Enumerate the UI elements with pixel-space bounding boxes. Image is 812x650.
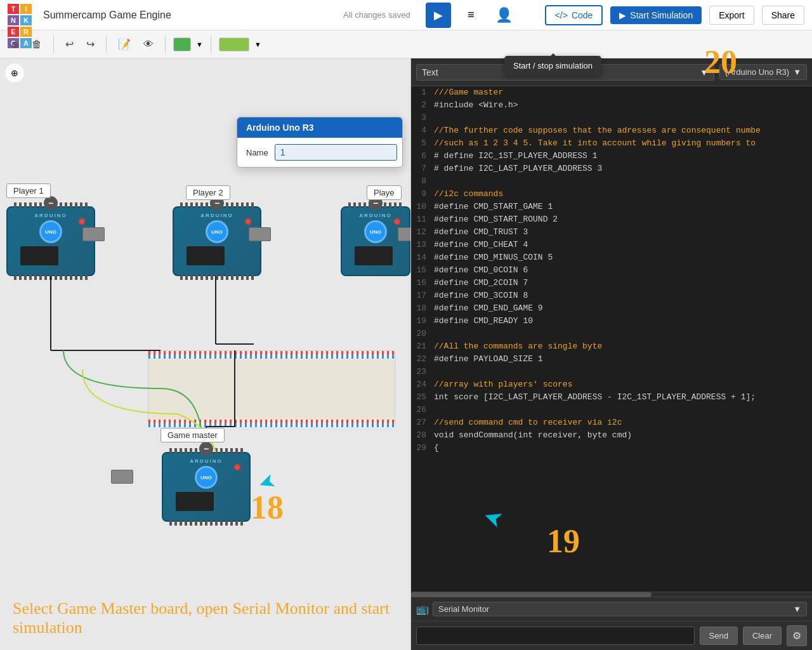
code-hscroll-thumb (411, 592, 652, 597)
toolbar-divider2 (106, 36, 107, 53)
arduino-player1[interactable]: − UNO (6, 206, 95, 276)
topbar: T I N K E R C A Summercamp Game Engine A… (0, 0, 812, 30)
zoom-button[interactable]: ⊕ (5, 63, 24, 83)
toolbar-divider4 (211, 36, 211, 53)
player1-label: Player 1 (6, 183, 51, 198)
serial-input-bar: Send Clear ⚙ (411, 621, 812, 650)
arduino-player3[interactable]: − UNO (341, 206, 410, 276)
game-master-label: Game master (160, 428, 225, 442)
logo-p1: UNO (39, 220, 62, 243)
undo-button[interactable]: ↩ (62, 36, 77, 53)
arduino-player2[interactable]: − UNO (173, 206, 261, 276)
view-button[interactable]: 👁 (140, 36, 157, 53)
component-dropdown[interactable]: (Arduino Uno R3) ▼ (719, 64, 807, 80)
serial-monitor-dropdown[interactable]: Serial Monitor ▼ (433, 602, 807, 616)
component-dropdown-chevron: ▼ (793, 67, 801, 77)
code-line: 21//All the commands are single byte (411, 340, 812, 353)
code-line: 26 (411, 404, 812, 416)
code-line: 2#include <Wire.h> (411, 99, 812, 112)
code-line: 27//send command cmd to receiver via i2c (411, 416, 812, 429)
code-line: 16#define CMD_2COIN 7 (411, 277, 812, 289)
chip-gm (176, 492, 214, 511)
share-button[interactable]: Share (762, 6, 804, 25)
popup-name-input[interactable] (275, 144, 397, 161)
dropdown-arrow[interactable]: ▼ (196, 41, 203, 48)
logo-n: N (8, 15, 19, 25)
code-line: 11#define CMD_START_ROUND 2 (411, 213, 812, 226)
note-button[interactable]: 📝 (114, 36, 134, 53)
breadboard[interactable] (148, 350, 395, 427)
logo-p2: UNO (206, 220, 228, 243)
bb-body (148, 359, 395, 420)
delete-button[interactable]: 🗑 (28, 36, 46, 53)
code-line: 18#define CMD_END_GAME 9 (411, 302, 812, 315)
logo-t: T (8, 4, 19, 14)
code-line: 28void sendCommand(int receiver, byte cm… (411, 429, 812, 442)
logo-r: R (20, 27, 32, 37)
logo-e: E (8, 27, 19, 37)
video-icon-button[interactable]: ▶ (426, 3, 451, 28)
code-line: 17#define CMD_3COIN 8 (411, 289, 812, 302)
redo-button[interactable]: ↪ (82, 36, 98, 53)
save-status: All changes saved (343, 10, 410, 20)
code-line: 1///Game master (411, 86, 812, 99)
popup-header: Arduino Uno R3 (237, 117, 402, 138)
code-line: 19#define CMD_READY 10 (411, 315, 812, 328)
minus-badge-p1: − (44, 196, 58, 210)
arduino-game-master[interactable]: − UNO (162, 452, 251, 522)
code-line: 3 (411, 112, 812, 124)
component-bar: Text ▼ (Arduino Uno R3) ▼ (411, 58, 812, 86)
chip-p1 (20, 246, 58, 265)
code-line: 25int score [I2C_LAST_PLAYER_ADDRESS - I… (411, 391, 812, 404)
bb-rail-blue-bottom (148, 423, 395, 427)
code-line: 23 (411, 366, 812, 378)
serial-monitor-icon: 📺 (416, 603, 429, 615)
color-swatch[interactable] (173, 37, 191, 51)
code-line: 15#define CMD_0COIN 6 (411, 264, 812, 277)
component-dropdown-label: (Arduino Uno R3) (725, 67, 789, 77)
pins-bottom-gm (169, 521, 243, 526)
pan-button[interactable]: ⊕ (8, 37, 23, 52)
code-button-label: Code (572, 10, 593, 20)
list-icon-button[interactable]: ≡ (459, 3, 484, 28)
start-simulation-label: Start Simulation (630, 10, 693, 20)
export-button[interactable]: Export (709, 6, 754, 25)
code-line: 14#define CMD_MINUS_COIN 5 (411, 251, 812, 264)
usb-p1 (82, 227, 105, 241)
chip-p2 (187, 246, 225, 265)
minus-badge-gm: − (199, 442, 213, 456)
code-line: 20 (411, 328, 812, 340)
text-dropdown-label: Text (422, 67, 438, 77)
usb-gm (111, 470, 133, 484)
led-p1 (79, 219, 84, 224)
player3-label: Playe (367, 185, 402, 200)
popup-body: Name (237, 138, 402, 167)
right-panel: Text ▼ (Arduino Uno R3) ▼ 1///Game maste… (411, 58, 812, 650)
logo-k: K (20, 15, 32, 25)
sim-tooltip: Start / stop simulation (504, 56, 601, 76)
led-gm (235, 465, 240, 470)
logo-gm: UNO (195, 466, 218, 489)
wire-dropdown-arrow[interactable]: ▼ (254, 41, 261, 48)
serial-settings-button[interactable]: ⚙ (787, 625, 807, 646)
canvas-area[interactable]: ⊕ Player 1 Player 2 Playe Game master − … (0, 58, 411, 650)
serial-monitor-chevron: ▼ (793, 604, 801, 614)
led-p2 (246, 219, 251, 224)
send-button[interactable]: Send (700, 627, 738, 645)
avatar-button[interactable]: 👤 (492, 3, 517, 28)
text-dropdown-chevron: ▼ (700, 67, 709, 77)
play-icon: ▶ (619, 10, 626, 20)
start-simulation-button[interactable]: ▶ Start Simulation (610, 6, 702, 24)
app-title: Summercamp Game Engine (43, 10, 336, 21)
serial-input-field[interactable] (416, 627, 695, 645)
code-line: 7# define I2C_LAST_PLAYER_ADDRESS 3 (411, 162, 812, 175)
code-editor[interactable]: 1///Game master2#include <Wire.h>34//The… (411, 86, 812, 592)
wire-color-swatch[interactable] (219, 37, 249, 51)
led-p3 (395, 219, 400, 224)
code-hscroll[interactable] (411, 592, 812, 597)
usb-p2 (249, 227, 271, 241)
code-line: 29{ (411, 442, 812, 454)
component-popup: Arduino Uno R3 Name (237, 117, 403, 168)
code-button[interactable]: </> Code (545, 5, 603, 25)
clear-button[interactable]: Clear (743, 627, 782, 645)
